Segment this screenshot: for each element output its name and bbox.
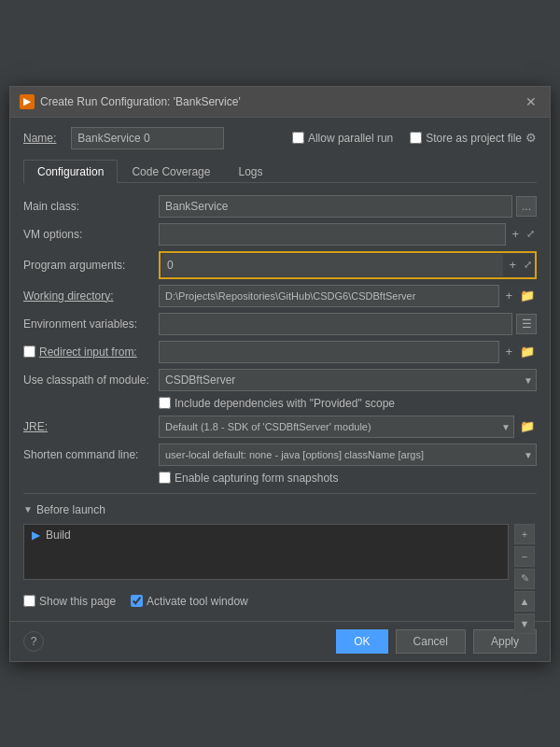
main-class-label: Main class: bbox=[23, 200, 159, 213]
program-args-label: Program arguments: bbox=[23, 259, 159, 272]
vm-options-input[interactable] bbox=[159, 223, 506, 246]
before-launch-header: ▼ Before launch bbox=[23, 500, 537, 520]
shorten-cmd-select-wrap: user-local default: none - java [options… bbox=[159, 444, 537, 466]
shorten-cmd-row: Shorten command line: user-local default… bbox=[23, 441, 537, 469]
env-vars-edit-button[interactable]: ☰ bbox=[516, 314, 537, 334]
enable-snapshots-label[interactable]: Enable capturing form snapshots bbox=[159, 472, 338, 485]
dialog-icon: ▶ bbox=[20, 94, 35, 109]
working-dir-label: Working directory: bbox=[23, 289, 159, 303]
main-class-row: Main class: ... bbox=[23, 192, 537, 220]
classpath-select[interactable]: CSDBftServer bbox=[159, 369, 537, 391]
shorten-cmd-label: Shorten command line: bbox=[23, 448, 159, 461]
dialog-body: Name: Allow parallel run Store as projec… bbox=[10, 118, 550, 621]
jre-select-wrap: Default (1.8 - SDK of 'CSDBftServer' mod… bbox=[159, 416, 514, 438]
footer-right: OK Cancel Apply bbox=[336, 629, 537, 654]
activate-tool-checkbox[interactable] bbox=[131, 595, 143, 607]
activate-tool-checkbox-label[interactable]: Activate tool window bbox=[131, 595, 248, 608]
working-dir-add-button[interactable]: + bbox=[503, 287, 514, 304]
jre-row: JRE: Default (1.8 - SDK of 'CSDBftServer… bbox=[23, 413, 537, 441]
footer-left: ? bbox=[23, 631, 44, 652]
vm-options-fullscreen-button[interactable]: ⤢ bbox=[525, 226, 537, 242]
program-args-expand-button[interactable]: + bbox=[507, 256, 518, 274]
redirect-input-checkbox[interactable] bbox=[23, 345, 35, 358]
name-input[interactable] bbox=[71, 127, 224, 149]
shorten-cmd-select[interactable]: user-local default: none - java [options… bbox=[159, 444, 537, 466]
shorten-cmd-input-wrap: user-local default: none - java [options… bbox=[159, 444, 537, 466]
program-args-input[interactable] bbox=[161, 254, 503, 276]
before-launch-add-button[interactable]: + bbox=[514, 524, 535, 544]
redirect-input-wrap: + 📁 bbox=[159, 341, 537, 363]
env-vars-row: Environment variables: ☰ bbox=[23, 310, 537, 338]
jre-input-wrap: Default (1.8 - SDK of 'CSDBftServer' mod… bbox=[159, 416, 537, 438]
redirect-add-button[interactable]: + bbox=[503, 343, 514, 360]
tab-code-coverage[interactable]: Code Coverage bbox=[118, 160, 224, 183]
tabs: Configuration Code Coverage Logs bbox=[23, 159, 537, 183]
run-configuration-dialog: ▶ Create Run Configuration: 'BankService… bbox=[9, 86, 551, 662]
build-item: ▶ Build bbox=[24, 525, 508, 545]
env-vars-input[interactable] bbox=[159, 313, 512, 335]
env-vars-label: Environment variables: bbox=[23, 317, 159, 331]
classpath-row: Use classpath of module: CSDBftServer ▼ bbox=[23, 366, 537, 394]
vm-options-label: VM options: bbox=[23, 228, 159, 241]
vm-options-row: VM options: + ⤢ bbox=[23, 220, 537, 248]
tab-logs[interactable]: Logs bbox=[224, 160, 276, 183]
allow-parallel-checkbox-label[interactable]: Allow parallel run bbox=[292, 132, 393, 145]
program-args-fullscreen-button[interactable]: ⤢ bbox=[522, 257, 534, 273]
include-deps-row: Include dependencies with "Provided" sco… bbox=[23, 394, 537, 413]
main-class-input[interactable] bbox=[159, 195, 512, 218]
before-launch-remove-button[interactable]: − bbox=[514, 546, 535, 567]
help-button[interactable]: ? bbox=[23, 631, 44, 652]
allow-parallel-checkbox[interactable] bbox=[292, 132, 304, 144]
form-section: Main class: ... VM options: + ⤢ Program … bbox=[23, 192, 537, 612]
enable-snapshots-checkbox[interactable] bbox=[159, 472, 171, 484]
working-dir-row: Working directory: + 📁 bbox=[23, 282, 537, 310]
program-args-row: Program arguments: + ⤢ bbox=[23, 248, 537, 282]
ok-button[interactable]: OK bbox=[336, 629, 387, 654]
show-page-checkbox[interactable] bbox=[23, 595, 35, 607]
before-launch-down-button[interactable]: ▼ bbox=[514, 613, 535, 634]
store-project-checkbox-label[interactable]: Store as project file bbox=[410, 132, 522, 145]
jre-label: JRE: bbox=[23, 420, 159, 433]
dialog-title: Create Run Configuration: 'BankService' bbox=[40, 95, 522, 108]
main-class-input-wrap: ... bbox=[159, 195, 537, 218]
vm-options-expand-button[interactable]: + bbox=[510, 225, 521, 243]
include-deps-checkbox[interactable] bbox=[159, 397, 171, 409]
bottom-checkboxes: Show this page Activate tool window bbox=[23, 587, 537, 612]
redirect-input-label: Redirect input from: bbox=[39, 345, 145, 359]
redirect-input-row: Redirect input from: + 📁 bbox=[23, 338, 537, 366]
vm-options-input-wrap: + ⤢ bbox=[159, 223, 537, 246]
close-button[interactable]: ✕ bbox=[522, 92, 540, 111]
env-vars-input-wrap: ☰ bbox=[159, 313, 537, 335]
name-row: Name: Allow parallel run Store as projec… bbox=[23, 127, 537, 149]
jre-browse-button[interactable]: 📁 bbox=[518, 417, 537, 435]
show-page-checkbox-label[interactable]: Show this page bbox=[23, 595, 116, 608]
title-bar: ▶ Create Run Configuration: 'BankService… bbox=[10, 87, 550, 118]
before-launch-label: Before launch bbox=[36, 503, 105, 516]
dialog-footer: ? OK Cancel Apply bbox=[10, 621, 550, 661]
store-row: Store as project file ⚙ bbox=[410, 131, 537, 145]
working-dir-input[interactable] bbox=[159, 285, 499, 307]
working-dir-browse-button[interactable]: 📁 bbox=[518, 287, 537, 304]
main-class-browse-button[interactable]: ... bbox=[516, 196, 537, 217]
redirect-browse-button[interactable]: 📁 bbox=[518, 343, 537, 360]
before-launch-section: ▶ Build + − ✎ ▲ ▼ bbox=[23, 524, 509, 580]
tab-configuration[interactable]: Configuration bbox=[23, 160, 118, 183]
before-launch-edit-button[interactable]: ✎ bbox=[514, 569, 535, 589]
enable-snapshots-row: Enable capturing form snapshots bbox=[23, 469, 537, 487]
build-arrow-icon: ▶ bbox=[32, 529, 40, 542]
before-launch-up-button[interactable]: ▲ bbox=[514, 591, 535, 612]
include-deps-label[interactable]: Include dependencies with "Provided" sco… bbox=[159, 397, 395, 410]
redirect-input-input[interactable] bbox=[159, 341, 499, 363]
cancel-button[interactable]: Cancel bbox=[396, 629, 466, 654]
side-actions: + − ✎ ▲ ▼ bbox=[514, 524, 535, 634]
jre-select[interactable]: Default (1.8 - SDK of 'CSDBftServer' mod… bbox=[159, 416, 514, 438]
separator bbox=[23, 493, 537, 494]
store-gear-icon[interactable]: ⚙ bbox=[525, 131, 537, 145]
classpath-select-wrap: CSDBftServer ▼ bbox=[159, 369, 537, 391]
working-dir-input-wrap: + 📁 bbox=[159, 285, 537, 307]
before-launch-toggle-icon[interactable]: ▼ bbox=[23, 504, 33, 514]
program-args-input-wrap: + ⤢ bbox=[159, 251, 537, 279]
classpath-input-wrap: CSDBftServer ▼ bbox=[159, 369, 537, 391]
before-launch-list: ▶ Build bbox=[23, 524, 509, 580]
store-project-checkbox[interactable] bbox=[410, 132, 422, 144]
